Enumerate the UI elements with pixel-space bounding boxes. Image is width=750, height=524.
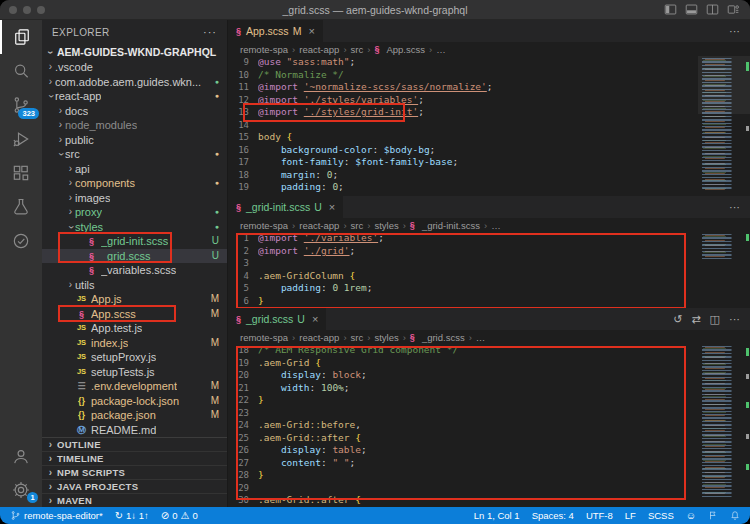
task-check-icon[interactable] xyxy=(0,224,42,258)
remote-explorer-icon[interactable] xyxy=(708,510,718,521)
problems-item[interactable]: ⊘ 0 ⚠ 0 xyxy=(161,510,198,521)
tree-item-node-modules[interactable]: ›node_modules xyxy=(42,118,227,133)
breadcrumb-item[interactable]: react-app xyxy=(299,332,339,343)
breadcrumb-item[interactable]: remote-spa xyxy=(240,332,288,343)
encoding[interactable]: UTF-8 xyxy=(586,510,613,521)
cursor-position[interactable]: Ln 1, Col 1 xyxy=(474,510,520,521)
maximize-window-icon[interactable] xyxy=(37,6,45,14)
tree-item-components[interactable]: ›components● xyxy=(42,176,227,191)
code-editor[interactable]: 1234567@import './variables';@import './… xyxy=(228,232,750,308)
breadcrumb-item[interactable]: remote-spa xyxy=(240,44,288,55)
tree-item-package-lock-json[interactable]: {}package-lock.jsonM xyxy=(42,394,227,409)
run-debug-icon[interactable] xyxy=(0,122,42,156)
tree-item--grid-scss[interactable]: §_grid.scssU xyxy=(42,249,227,264)
breadcrumb-symbols[interactable]: … xyxy=(436,44,446,55)
extensions-icon[interactable] xyxy=(0,156,42,190)
breadcrumb-symbols[interactable]: … xyxy=(476,332,486,343)
explorer-icon[interactable] xyxy=(0,20,42,54)
minimap-slider[interactable] xyxy=(698,56,750,114)
close-icon[interactable]: × xyxy=(308,25,314,37)
tree-item-setuptests-js[interactable]: JSsetupTests.js xyxy=(42,365,227,380)
line-number: 22 xyxy=(228,394,249,407)
close-icon[interactable]: × xyxy=(329,201,335,213)
breadcrumb-item[interactable]: styles xyxy=(374,332,398,343)
sidebar-section-outline[interactable]: ›OUTLINE xyxy=(42,438,227,452)
tree-item-app-js[interactable]: JSApp.jsM xyxy=(42,292,227,307)
code-token: @import xyxy=(258,81,304,92)
settings-gear-icon[interactable]: 1 xyxy=(0,473,42,507)
minimap[interactable] xyxy=(698,344,750,507)
eol-sequence[interactable]: LF xyxy=(625,510,636,521)
more-actions-icon[interactable]: ··· xyxy=(729,201,740,213)
tree-item-app-test-js[interactable]: JSApp.test.js xyxy=(42,321,227,336)
breadcrumb-item[interactable]: src xyxy=(351,332,364,343)
more-actions-icon[interactable]: ··· xyxy=(729,313,740,325)
breadcrumb-file[interactable]: _grid.scss xyxy=(422,332,465,343)
sidebar-section-java-projects[interactable]: ›JAVA PROJECTS xyxy=(42,480,227,494)
explorer-more-actions-icon[interactable]: ··· xyxy=(203,26,217,38)
compare-icon[interactable]: ⇄ xyxy=(691,313,700,326)
breadcrumb-item[interactable]: remote-spa xyxy=(240,220,288,231)
tree-item--grid-init-scss[interactable]: §_grid-init.scssU xyxy=(42,234,227,249)
sidebar-section-timeline[interactable]: ›TIMELINE xyxy=(42,452,227,466)
toggle-panel-icon[interactable] xyxy=(685,3,698,16)
project-root-row[interactable]: › AEM-GUIDES-WKND-GRAPHQL xyxy=(42,44,227,60)
tab--grid-scss[interactable]: §_grid.scssU× xyxy=(228,308,327,330)
search-icon[interactable] xyxy=(0,54,42,88)
code-editor[interactable]: 910111213141516171819@use "sass:math";/*… xyxy=(228,56,750,196)
language-mode[interactable]: SCSS xyxy=(648,510,674,521)
minimap[interactable] xyxy=(698,232,750,308)
breadcrumb-file[interactable]: App.scss xyxy=(386,44,425,55)
minimize-window-icon[interactable] xyxy=(23,6,31,14)
source-control-icon[interactable]: 323 xyxy=(0,88,42,122)
tab--grid-init-scss[interactable]: §_grid-init.scssU× xyxy=(228,196,344,218)
tree-item-api[interactable]: ›api xyxy=(42,162,227,177)
sync-item[interactable]: ↻ 1↓ 1↑ xyxy=(115,510,149,521)
more-actions-icon[interactable]: ··· xyxy=(729,25,740,37)
close-window-icon[interactable] xyxy=(9,6,17,14)
tree-item-src[interactable]: ›src● xyxy=(42,147,227,162)
close-icon[interactable]: × xyxy=(312,313,318,325)
tree-item-package-json[interactable]: {}package.jsonM xyxy=(42,408,227,423)
accounts-icon[interactable] xyxy=(0,439,42,473)
code-token: /* Normalize */ xyxy=(258,69,344,80)
split-editor-icon[interactable]: ◫ xyxy=(710,313,720,326)
tree-item-utils[interactable]: ›utils xyxy=(42,278,227,293)
tree-item-app-scss[interactable]: §App.scssM xyxy=(42,307,227,322)
tree-item--variables-scss[interactable]: §_variables.scss xyxy=(42,263,227,278)
tree-item-index-js[interactable]: JSindex.jsM xyxy=(42,336,227,351)
code-editor[interactable]: 18192021222324252627282930/* AEM Respons… xyxy=(228,344,750,507)
tree-item-setupproxy-js[interactable]: JSsetupProxy.js xyxy=(42,350,227,365)
section-label: MAVEN xyxy=(57,495,92,506)
tree-item-com-adobe-aem-guides-wkn-[interactable]: ›com.adobe.aem.guides.wkn...● xyxy=(42,75,227,90)
toggle-sidebar-icon[interactable] xyxy=(664,3,677,16)
toggle-secondary-sidebar-icon[interactable] xyxy=(706,3,719,16)
tree-item--vscode[interactable]: ›.vscode xyxy=(42,60,227,75)
tree-item-proxy[interactable]: ›proxy● xyxy=(42,205,227,220)
tree-item-public[interactable]: ›public xyxy=(42,133,227,148)
tree-item--env-development[interactable]: ☰.env.developmentM xyxy=(42,379,227,394)
tree-item-styles[interactable]: ›styles● xyxy=(42,220,227,235)
breadcrumb-item[interactable]: react-app xyxy=(299,44,339,55)
breadcrumb-item[interactable]: src xyxy=(351,220,364,231)
tree-item-readme-md[interactable]: ⓂREADME.md xyxy=(42,423,227,438)
customize-layout-icon[interactable] xyxy=(727,3,740,16)
breadcrumb-item[interactable]: src xyxy=(351,44,364,55)
branch-item[interactable]: remote-spa-editor* xyxy=(10,510,103,521)
breadcrumb-item[interactable]: styles xyxy=(374,220,398,231)
breadcrumb-item[interactable]: react-app xyxy=(299,220,339,231)
breadcrumb-symbols[interactable]: … xyxy=(491,220,501,231)
tree-item-images[interactable]: ›images xyxy=(42,191,227,206)
sidebar-section-npm-scripts[interactable]: ›NPM SCRIPTS xyxy=(42,466,227,480)
feedback-icon[interactable]: ☺ xyxy=(686,511,696,521)
test-beaker-icon[interactable] xyxy=(0,190,42,224)
indentation[interactable]: Spaces: 4 xyxy=(532,510,574,521)
history-icon[interactable]: ↺ xyxy=(673,313,682,326)
minimap[interactable] xyxy=(698,56,750,196)
breadcrumb-file[interactable]: _grid-init.scss xyxy=(422,220,480,231)
notifications-bell-icon[interactable] xyxy=(730,510,740,521)
sidebar-section-maven[interactable]: ›MAVEN xyxy=(42,494,227,507)
tree-item-docs[interactable]: ›docs xyxy=(42,104,227,119)
tree-item-react-app[interactable]: ›react-app● xyxy=(42,89,227,104)
tab-app-scss[interactable]: §App.scssM× xyxy=(228,20,324,42)
